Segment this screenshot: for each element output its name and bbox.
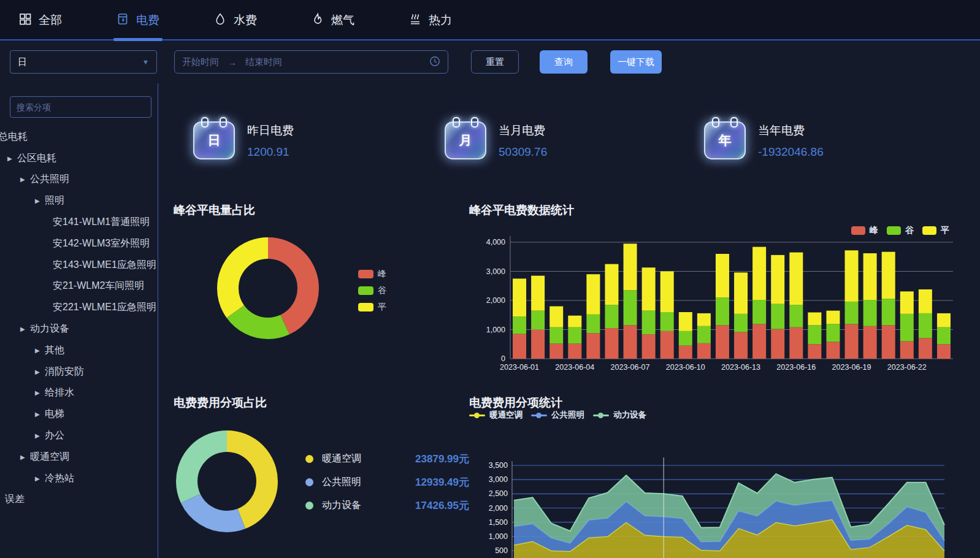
bar-segment[interactable] bbox=[808, 344, 821, 359]
bar-segment[interactable] bbox=[716, 254, 729, 297]
bar-segment[interactable] bbox=[642, 334, 656, 359]
tree-item[interactable]: ▶给排水 bbox=[0, 383, 158, 404]
bar-segment[interactable] bbox=[900, 314, 914, 342]
download-button[interactable]: 一键下载 bbox=[610, 50, 662, 74]
bar-segment[interactable] bbox=[789, 253, 803, 305]
bar-segment[interactable] bbox=[568, 343, 581, 359]
bar-segment[interactable] bbox=[919, 289, 932, 313]
bar-segment[interactable] bbox=[586, 274, 600, 315]
bar-segment[interactable] bbox=[937, 327, 951, 345]
peak-valley-bar-chart[interactable]: 01,0002,0003,0004,0002023-06-012023-06-0… bbox=[472, 220, 969, 376]
bar-segment[interactable] bbox=[789, 327, 803, 359]
bar-segment[interactable] bbox=[679, 331, 692, 346]
bar-segment[interactable] bbox=[752, 300, 766, 324]
tree-item[interactable]: ▶照明 bbox=[0, 190, 158, 212]
bar-segment[interactable] bbox=[531, 330, 545, 359]
date-range-picker[interactable]: 开始时间 → 结束时间 bbox=[174, 50, 448, 74]
bar-segment[interactable] bbox=[734, 272, 748, 313]
tree-item[interactable]: ▶电梯 bbox=[0, 403, 158, 425]
bar-segment[interactable] bbox=[642, 311, 656, 334]
tree-item[interactable]: ▶动力设备 bbox=[0, 318, 158, 340]
bar-segment[interactable] bbox=[531, 311, 545, 330]
tree-item[interactable]: ▶其他 bbox=[0, 340, 158, 361]
legend-item[interactable]: 动力设备17426.95元 bbox=[305, 494, 469, 517]
bar-segment[interactable] bbox=[660, 312, 674, 331]
caret-right-icon[interactable]: ▶ bbox=[35, 369, 45, 375]
bar-segment[interactable] bbox=[900, 342, 914, 359]
bar-segment[interactable] bbox=[863, 253, 877, 300]
legend-item[interactable]: 公共照明12939.49元 bbox=[305, 470, 469, 494]
bar-segment[interactable] bbox=[549, 327, 563, 344]
bar-segment[interactable] bbox=[882, 325, 895, 359]
caret-right-icon[interactable]: ▶ bbox=[35, 475, 45, 482]
bar-segment[interactable] bbox=[734, 332, 748, 359]
tree-item[interactable]: 安143-WLME1应急照明 bbox=[0, 254, 158, 276]
bar-segment[interactable] bbox=[679, 346, 692, 359]
tree-item[interactable]: ▶冷热站 bbox=[0, 468, 158, 489]
bar-segment[interactable] bbox=[771, 304, 784, 329]
caret-right-icon[interactable]: ▶ bbox=[20, 326, 30, 332]
query-button[interactable]: 查询 bbox=[540, 50, 588, 74]
bar-segment[interactable] bbox=[716, 297, 729, 325]
caret-right-icon[interactable]: ▶ bbox=[20, 176, 30, 183]
bar-segment[interactable] bbox=[642, 267, 656, 310]
bar-segment[interactable] bbox=[624, 325, 637, 359]
tab-all[interactable]: 全部 bbox=[18, 0, 62, 40]
caret-right-icon[interactable]: ▶ bbox=[35, 389, 45, 396]
bar-segment[interactable] bbox=[845, 324, 859, 359]
bar-segment[interactable] bbox=[513, 278, 526, 316]
legend-item[interactable]: 谷 bbox=[358, 285, 386, 296]
caret-right-icon[interactable]: ▶ bbox=[35, 411, 45, 418]
bar-segment[interactable] bbox=[660, 272, 674, 313]
bar-segment[interactable] bbox=[919, 313, 932, 338]
bar-segment[interactable] bbox=[808, 312, 821, 325]
bar-segment[interactable] bbox=[900, 291, 914, 314]
bar-segment[interactable] bbox=[716, 325, 729, 359]
bar-segment[interactable] bbox=[845, 250, 859, 302]
caret-right-icon[interactable]: ▶ bbox=[35, 432, 45, 439]
caret-right-icon[interactable]: ▶ bbox=[35, 197, 45, 204]
bar-segment[interactable] bbox=[845, 302, 859, 324]
tree-item[interactable]: 安21-WLM2车间照明 bbox=[0, 276, 158, 297]
bar-segment[interactable] bbox=[549, 307, 563, 327]
bar-segment[interactable] bbox=[771, 255, 784, 304]
tree-item[interactable]: 安141-WLM1普通照明 bbox=[0, 212, 158, 233]
bar-segment[interactable] bbox=[697, 343, 711, 359]
bar-segment[interactable] bbox=[863, 300, 877, 326]
bar-segment[interactable] bbox=[605, 305, 618, 328]
bar-segment[interactable] bbox=[826, 324, 840, 342]
bar-segment[interactable] bbox=[605, 264, 618, 305]
bar-segment[interactable] bbox=[697, 313, 711, 326]
cost-breakdown-area-chart[interactable]: 5001,0001,5002,0002,5003,0003,500 bbox=[472, 429, 969, 558]
bar-segment[interactable] bbox=[882, 299, 895, 325]
tree-item[interactable]: 安221-WLME1应急照明 bbox=[0, 297, 158, 318]
bar-segment[interactable] bbox=[660, 331, 674, 359]
bar-segment[interactable] bbox=[937, 344, 951, 359]
caret-right-icon[interactable]: ▶ bbox=[35, 347, 45, 354]
legend-item[interactable]: 动力设备 bbox=[593, 410, 646, 421]
bar-segment[interactable] bbox=[937, 313, 951, 327]
bar-segment[interactable] bbox=[752, 247, 766, 300]
bar-segment[interactable] bbox=[752, 324, 766, 359]
period-select[interactable]: 日 ▼ bbox=[10, 50, 157, 74]
tree-item[interactable]: ▶公共照明 bbox=[0, 169, 158, 191]
bar-segment[interactable] bbox=[605, 328, 618, 359]
bar-segment[interactable] bbox=[826, 311, 840, 324]
bar-segment[interactable] bbox=[863, 326, 877, 359]
bar-segment[interactable] bbox=[789, 305, 803, 327]
legend-item[interactable]: 暖通空调23879.99元 bbox=[305, 447, 469, 470]
reset-button[interactable]: 重置 bbox=[471, 50, 519, 74]
bar-segment[interactable] bbox=[882, 252, 895, 299]
search-input[interactable] bbox=[10, 96, 151, 118]
tree-item[interactable]: 总电耗 bbox=[0, 126, 158, 148]
bar-segment[interactable] bbox=[624, 290, 637, 325]
bar-segment[interactable] bbox=[531, 276, 545, 311]
tree-item[interactable]: 安142-WLM3室外照明 bbox=[0, 233, 158, 254]
tree-item[interactable]: ▶办公 bbox=[0, 425, 158, 446]
bar-segment[interactable] bbox=[697, 326, 711, 343]
tree-item[interactable]: ▶公区电耗 bbox=[0, 148, 158, 169]
legend-item[interactable]: 平 bbox=[358, 302, 386, 313]
tree-item[interactable]: 误差 bbox=[0, 489, 158, 511]
bar-segment[interactable] bbox=[919, 338, 932, 359]
bar-segment[interactable] bbox=[586, 315, 600, 333]
